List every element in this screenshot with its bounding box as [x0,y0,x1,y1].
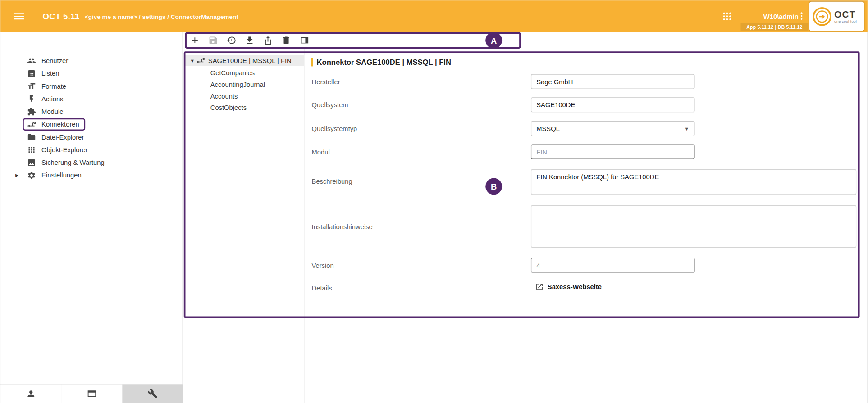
app-title: OCT 5.11 [43,12,80,21]
puzzle-icon [27,107,36,116]
sidebar-item-label: Datei-Explorer [41,133,84,140]
quellsystemtyp-label: Quellsystemtyp [312,125,357,133]
quellsystem-label: Quellsystem [312,101,348,109]
sidebar-divider [182,32,183,403]
quellsystemtyp-select[interactable]: MSSQL ▼ [531,121,695,136]
sidebar-item-konnektoren[interactable]: Konnektoren [0,118,182,131]
version-info: App 5.11.12 | DB 5.11.12 [740,23,808,31]
modul-label: Modul [312,148,330,156]
wrench-icon [147,389,157,399]
person-icon [26,389,36,399]
sidebar-item-objekt-explorer[interactable]: Objekt-Explorer [0,143,182,156]
format-icon [27,82,36,91]
app-header: OCT 5.11 <give me a name> / settings / C… [0,0,868,32]
logo-icon: ➔ [813,7,831,26]
app-root: OCT 5.11 <give me a name> / settings / C… [0,0,868,403]
hersteller-label: Hersteller [312,78,340,86]
username: W10\admin [763,13,799,20]
version-input[interactable] [531,258,695,272]
sidebar-item-sicherung-wartung[interactable]: Sicherung & Wartung [0,156,182,168]
sidebar-item-label: Objekt-Explorer [41,146,87,154]
sidebar-bottom-bar [0,384,183,403]
sidebar-item-actions[interactable]: Actions [0,92,182,105]
toggle-panel-button[interactable] [299,35,310,46]
tree-item-costobjects[interactable]: CostObjects [210,102,265,113]
sidebar-item-listen[interactable]: Listen [0,67,182,80]
beschreibung-textarea[interactable]: FIN Konnektor (MSSQL) für SAGE100DE [531,169,856,195]
chevron-down-icon: ▼ [684,126,689,131]
logo-text: OCT [834,9,857,19]
restore-button[interactable] [226,35,237,46]
tools-tab[interactable] [122,385,183,403]
user-admin-tab[interactable] [0,385,61,403]
breadcrumb: <give me a name> / settings / ConnectorM… [85,13,238,20]
download-button[interactable] [244,35,256,46]
upload-button[interactable] [262,35,274,46]
title-accent-bar [311,58,313,66]
gear-icon [27,171,36,180]
delete-button[interactable] [281,35,292,46]
beschreibung-label: Beschreibung [312,177,352,185]
sidebar-item-benutzer[interactable]: Benutzer [0,54,182,67]
quellsystem-input[interactable] [531,97,695,112]
installationshinweise-label: Installationshinweise [312,223,373,231]
connector-toolbar [185,32,521,49]
tree-collapse-icon[interactable]: ▼ [190,58,196,63]
users-icon [27,56,36,65]
form-title: Konnektor SAGE100DE | MSSQL | FIN [311,58,451,66]
folder-icon [27,132,36,141]
tree-item-accounts[interactable]: Accounts [210,90,265,102]
tree-form-divider [305,49,305,403]
list-icon [27,69,36,78]
details-website-link[interactable]: Saxess-Webseite [535,283,602,291]
kebab-menu-icon[interactable] [797,11,807,21]
annotation-badge-a: A [485,32,502,49]
sidebar-item-label: Formate [41,82,66,90]
hersteller-input[interactable] [531,74,695,89]
sidebar-item-label: Einstellungen [41,171,82,179]
sidebar-item-formate[interactable]: Formate [0,80,182,92]
external-link-icon [535,283,544,291]
grid-icon [27,145,36,154]
window-tab[interactable] [61,385,122,403]
lightning-icon [27,94,36,103]
modul-input[interactable] [531,145,695,159]
installationshinweise-textarea[interactable] [531,205,856,248]
sidebar-item-module[interactable]: Module [0,105,182,118]
tree-children: GetCompanies AccountingJournal Accounts … [210,67,265,113]
sidebar-item-datei-explorer[interactable]: Datei-Explorer [0,131,182,143]
sidebar-item-label: Sicherung & Wartung [41,158,105,166]
backup-icon [27,158,36,167]
details-label: Details [312,284,332,292]
version-label: Version [312,262,334,269]
sidebar-item-label: Konnektoren [41,120,79,128]
sidebar-item-label: Benutzer [41,57,68,64]
logo: ➔ OCT one cool tool [809,2,864,31]
connector-node-icon [196,56,205,64]
sidebar: Benutzer Listen Formate Actions Module [0,32,182,384]
tree-root-node[interactable]: ▼ SAGE100DE | MSSQL | FIN [184,55,304,66]
sidebar-item-label: Listen [41,69,59,77]
tree-item-accountingjournal[interactable]: AccountingJournal [210,78,265,90]
connector-icon [27,120,36,129]
logo-subtext: one cool tool [834,19,857,23]
add-button[interactable] [189,35,201,46]
sidebar-item-label: Module [41,108,63,115]
sidebar-item-label: Actions [41,95,63,103]
sidebar-item-einstellungen[interactable]: ► Einstellungen [0,169,182,181]
expand-arrow-icon[interactable]: ► [14,172,19,178]
tree-root-label: SAGE100DE | MSSQL | FIN [208,57,292,64]
save-button[interactable] [208,35,219,46]
menu-icon[interactable] [13,10,25,23]
annotation-badge-b: B [485,178,502,195]
tree-item-getcompanies[interactable]: GetCompanies [210,67,265,79]
window-icon [87,389,96,399]
apps-grid-icon[interactable] [722,11,732,22]
